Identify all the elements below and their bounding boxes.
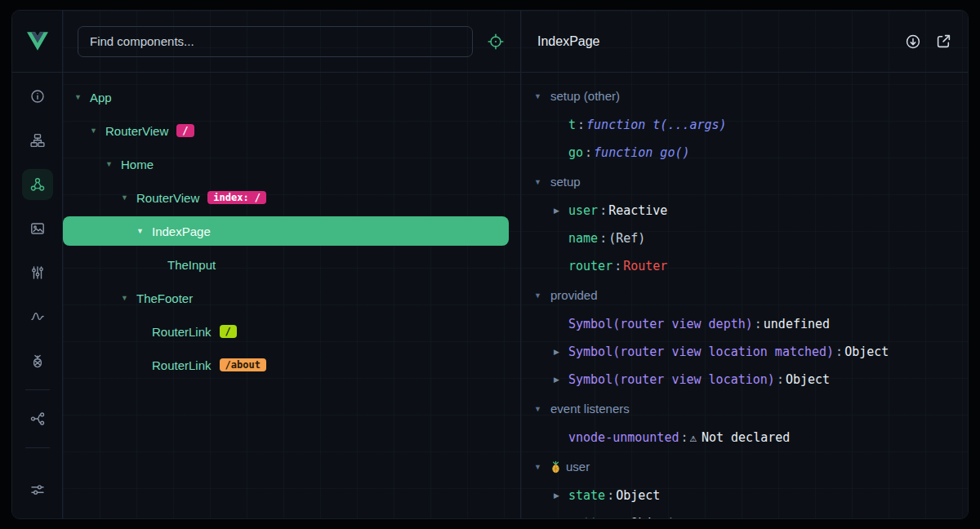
- caret-right-icon[interactable]: ▶: [554, 376, 568, 384]
- section-label: event listeners: [550, 402, 630, 416]
- property-value: Reactive: [608, 203, 667, 218]
- inspector-row-state[interactable]: ▶state : Object: [521, 482, 968, 509]
- rail-item-components[interactable]: [22, 169, 53, 200]
- info-icon: [30, 89, 45, 104]
- inspector-row-go: go : function go(): [521, 139, 968, 167]
- property-value: Object: [844, 345, 889, 359]
- settings-icon: [30, 482, 45, 497]
- caret-down-icon[interactable]: ▼: [136, 227, 152, 235]
- caret-right-icon[interactable]: ▶: [554, 207, 568, 215]
- section-header-setup[interactable]: ▼setup: [521, 167, 968, 197]
- rail-item-timeline[interactable]: [22, 257, 53, 288]
- caret-down-icon[interactable]: ▼: [105, 160, 121, 168]
- property-value: Object: [616, 488, 660, 503]
- tree-item-routerlink[interactable]: RouterLink/: [63, 317, 509, 346]
- caret-down-icon[interactable]: ▼: [74, 93, 90, 101]
- section-label: user: [566, 460, 590, 473]
- inspector-row-symbol-router-view-depth-: Symbol(router view depth) : undefined: [521, 310, 968, 338]
- property-value: function t(...args): [586, 118, 727, 132]
- inspector-title: IndexPage: [537, 34, 600, 49]
- inspector-row-user[interactable]: ▶user : Reactive: [521, 197, 968, 224]
- rail-item-pinia[interactable]: [22, 345, 53, 376]
- component-label: RouterView: [105, 124, 168, 138]
- caret-right-icon[interactable]: ▶: [554, 491, 568, 500]
- tree-item-home[interactable]: ▼Home: [63, 149, 509, 179]
- timeline-icon: [30, 265, 45, 280]
- rail-divider: [25, 447, 50, 448]
- rail-item-assets[interactable]: [22, 213, 53, 244]
- property-key: Symbol(router view depth): [568, 317, 753, 331]
- components-toolbar: [63, 11, 520, 73]
- inspector-row-symbol-router-view-location-matched-[interactable]: ▶Symbol(router view location matched) : …: [521, 338, 968, 366]
- component-label: TheFooter: [136, 291, 193, 305]
- rail-divider: [25, 389, 50, 390]
- tree-item-routerlink[interactable]: RouterLink/about: [63, 350, 509, 380]
- tree-item-routerview[interactable]: ▼RouterViewindex: /: [63, 183, 509, 212]
- property-key: go: [568, 145, 583, 160]
- colon-separator: :: [679, 430, 689, 445]
- components-panel: ▼App▼RouterView/▼Home▼RouterViewindex: /…: [63, 11, 520, 518]
- caret-down-icon[interactable]: ▼: [90, 127, 105, 135]
- hierarchy-icon: [30, 133, 45, 148]
- tree-item-app[interactable]: ▼App: [63, 82, 509, 112]
- property-key: Symbol(router view location matched): [568, 345, 834, 359]
- property-key: router: [568, 259, 612, 273]
- section-header-provided[interactable]: ▼provided: [521, 280, 968, 310]
- scroll-to-component-icon[interactable]: [905, 33, 921, 50]
- search-input[interactable]: [78, 26, 473, 57]
- target-picker-icon[interactable]: [488, 33, 504, 50]
- colon-separator: :: [834, 345, 844, 359]
- rail-item-hooks[interactable]: [22, 301, 53, 332]
- assets-icon: [30, 221, 45, 236]
- tree-item-theinput[interactable]: TheInput: [63, 250, 509, 279]
- icon-rail-bottom: [22, 474, 53, 518]
- rail-item-graph[interactable]: [22, 403, 53, 434]
- inspector-row-vnode-unmounted: vnode-unmounted : ⚠Not declared: [521, 424, 968, 451]
- colon-separator: :: [612, 259, 623, 273]
- property-key: t: [568, 118, 576, 132]
- caret-right-icon[interactable]: ▶: [554, 348, 568, 356]
- inspector-row-symbol-router-view-location-[interactable]: ▶Symbol(router view location) : Object: [521, 366, 968, 393]
- property-value: Object: [786, 372, 830, 387]
- vue-logo: [12, 11, 62, 73]
- inspector-body: ▼setup (other)t : function t(...args)go …: [521, 73, 968, 518]
- search-box: [78, 26, 473, 57]
- property-value: undefined: [764, 317, 830, 331]
- inspector-section: ▼event listenersvnode-unmounted : ⚠Not d…: [521, 393, 968, 451]
- caret-down-icon[interactable]: ▼: [121, 294, 136, 302]
- component-label: RouterLink: [152, 358, 212, 372]
- inspector-row-getters[interactable]: ▶getters : Object: [521, 509, 968, 518]
- warning-icon: ⚠: [690, 431, 697, 444]
- component-label: RouterView: [136, 191, 199, 205]
- component-label: App: [90, 91, 112, 104]
- caret-down-icon[interactable]: ▼: [121, 193, 136, 202]
- property-key: vnode-unmounted: [568, 430, 679, 445]
- inspector-panel: IndexPage ▼setup (other)t : function t(.…: [520, 11, 968, 518]
- hooks-icon: [30, 309, 45, 324]
- open-in-editor-icon[interactable]: [936, 33, 951, 49]
- component-label: TheInput: [167, 258, 216, 272]
- component-label: RouterLink: [152, 325, 212, 339]
- route-badge: /: [220, 325, 237, 338]
- tree-item-routerview[interactable]: ▼RouterView/: [63, 116, 509, 145]
- route-badge: /about: [220, 358, 266, 371]
- inspector-row-t: t : function t(...args): [521, 111, 968, 139]
- property-value: Not declared: [702, 430, 790, 445]
- property-key: getters: [568, 516, 620, 518]
- colon-separator: :: [775, 372, 786, 387]
- tree-item-thefooter[interactable]: ▼TheFooter: [63, 283, 509, 313]
- colon-separator: :: [576, 118, 586, 132]
- property-value: function go(): [594, 145, 689, 160]
- property-key: state: [568, 488, 605, 503]
- inspector-row-name: name : (Ref): [521, 224, 968, 252]
- section-header-setup-other-[interactable]: ▼setup (other): [521, 81, 968, 111]
- rail-item-info[interactable]: [22, 81, 53, 112]
- property-key: user: [568, 203, 598, 218]
- component-tree: ▼App▼RouterView/▼Home▼RouterViewindex: /…: [63, 73, 520, 518]
- tree-item-indexpage[interactable]: ▼IndexPage: [63, 216, 509, 246]
- rail-item-hierarchy[interactable]: [22, 125, 53, 156]
- section-header-user[interactable]: ▼user: [521, 451, 968, 482]
- rail-item-settings[interactable]: [22, 474, 53, 505]
- section-header-event-listeners[interactable]: ▼event listeners: [521, 393, 968, 424]
- inspector-section: ▼setup▶user : Reactivename : (Ref)router…: [521, 167, 968, 280]
